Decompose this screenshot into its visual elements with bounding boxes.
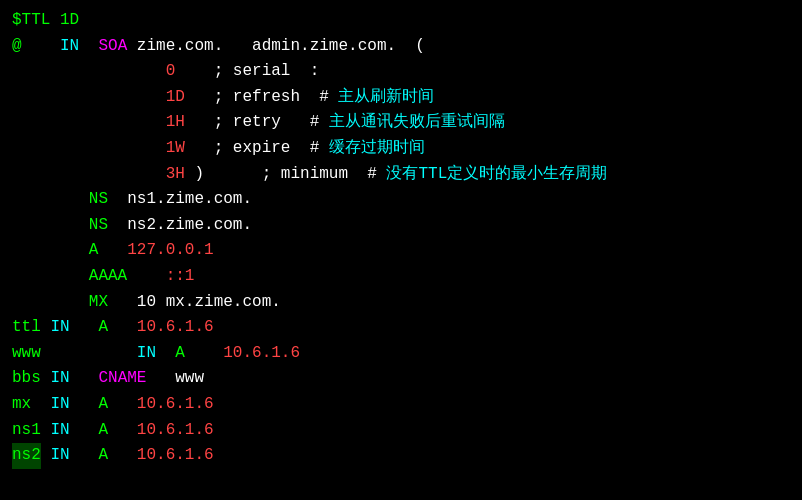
terminal-line: 1W ; expire # 缓存过期时间 — [12, 136, 790, 162]
line-2-part-1: 0 — [166, 59, 176, 85]
line-12-part-2 — [70, 315, 99, 341]
line-3-part-1: 1D — [166, 85, 185, 111]
line-12-part-0: ttl — [12, 315, 41, 341]
line-1-part-1: IN — [22, 34, 99, 60]
line-3-part-0 — [12, 85, 166, 111]
line-1-part-0: @ — [12, 34, 22, 60]
line-10-part-0 — [12, 264, 89, 290]
line-12-part-3: A — [98, 315, 108, 341]
line-17-part-1: IN — [41, 443, 70, 469]
line-16-part-2 — [70, 418, 99, 444]
line-8-part-0 — [12, 213, 89, 239]
line-5-part-0 — [12, 136, 166, 162]
terminal-line: ns1 IN A 10.6.1.6 — [12, 418, 790, 444]
line-13-part-0: www — [12, 341, 41, 367]
line-10-part-3: ::1 — [166, 264, 195, 290]
line-14-part-2 — [70, 366, 99, 392]
line-15-part-1: IN — [31, 392, 69, 418]
line-8-part-1: NS — [89, 213, 108, 239]
line-5-part-1: 1W — [166, 136, 185, 162]
line-14-part-3: CNAME — [98, 366, 146, 392]
line-6-part-0 — [12, 162, 166, 188]
line-17-part-5: 10.6.1.6 — [137, 443, 214, 469]
line-12-part-4 — [108, 315, 137, 341]
line-17-part-3: A — [98, 443, 108, 469]
line-17-part-2 — [70, 443, 99, 469]
terminal-line: 1D ; refresh # 主从刷新时间 — [12, 85, 790, 111]
line-15-part-3: A — [98, 392, 108, 418]
line-3-part-2: ; refresh # — [185, 85, 339, 111]
line-15-part-0: mx — [12, 392, 31, 418]
terminal-line: @ IN SOA zime.com. admin.zime.com. ( — [12, 34, 790, 60]
line-8-part-2: ns2.zime.com. — [108, 213, 252, 239]
terminal-line: NS ns1.zime.com. — [12, 187, 790, 213]
terminal-line: www IN A 10.6.1.6 — [12, 341, 790, 367]
terminal-line: AAAA ::1 — [12, 264, 790, 290]
line-16-part-0: ns1 — [12, 418, 41, 444]
line-16-part-3: A — [98, 418, 108, 444]
line-10-part-1: AAAA — [89, 264, 127, 290]
terminal-line: MX 10 mx.zime.com. — [12, 290, 790, 316]
line-13-part-1: IN — [41, 341, 175, 367]
line-4-part-0 — [12, 110, 166, 136]
line-14-part-4: www — [146, 366, 204, 392]
line-9-part-1: A — [89, 238, 99, 264]
line-13-part-4: 10.6.1.6 — [223, 341, 300, 367]
terminal-line: bbs IN CNAME www — [12, 366, 790, 392]
line-17-part-0: ns2 — [12, 443, 41, 469]
terminal-line: ttl IN A 10.6.1.6 — [12, 315, 790, 341]
line-15-part-5: 10.6.1.6 — [137, 392, 214, 418]
line-9-part-3: 127.0.0.1 — [127, 238, 213, 264]
line-7-part-1: NS — [89, 187, 108, 213]
line-3-part-3: 主从刷新时间 — [338, 85, 434, 111]
line-6-part-1: 3H — [166, 162, 185, 188]
line-4-part-2: ; retry # — [185, 110, 329, 136]
line-1-part-2: SOA — [98, 34, 127, 60]
terminal-line: $TTL 1D — [12, 8, 790, 34]
terminal-line: 3H ) ; minimum # 没有TTL定义时的最小生存周期 — [12, 162, 790, 188]
line-5-part-2: ; expire # — [185, 136, 329, 162]
line-2-part-2: ; serial : — [175, 59, 319, 85]
terminal-line: A 127.0.0.1 — [12, 238, 790, 264]
line-5-part-3: 缓存过期时间 — [329, 136, 425, 162]
line-9-part-0 — [12, 238, 89, 264]
line-13-part-2: A — [175, 341, 185, 367]
line-15-part-4 — [108, 392, 137, 418]
terminal-line: 0 ; serial : — [12, 59, 790, 85]
line-13-part-3 — [185, 341, 223, 367]
terminal-line: mx IN A 10.6.1.6 — [12, 392, 790, 418]
line-16-part-4 — [108, 418, 137, 444]
line-16-part-5: 10.6.1.6 — [137, 418, 214, 444]
line-1-part-3: zime.com. admin.zime.com. ( — [127, 34, 425, 60]
line-12-part-1: IN — [41, 315, 70, 341]
line-4-part-3: 主从通讯失败后重试间隔 — [329, 110, 505, 136]
line-7-part-2: ns1.zime.com. — [108, 187, 252, 213]
line-11-part-2: 10 mx.zime.com. — [108, 290, 281, 316]
line-6-part-3: 没有TTL定义时的最小生存周期 — [386, 162, 607, 188]
line-10-part-2 — [127, 264, 165, 290]
line-14-part-1: IN — [41, 366, 70, 392]
line-0-part-0: $TTL 1D — [12, 8, 79, 34]
line-14-part-0: bbs — [12, 366, 41, 392]
terminal-line: NS ns2.zime.com. — [12, 213, 790, 239]
line-7-part-0 — [12, 187, 89, 213]
terminal-line: ns2 IN A 10.6.1.6 — [12, 443, 790, 469]
line-2-part-0 — [12, 59, 166, 85]
line-11-part-1: MX — [89, 290, 108, 316]
line-6-part-2: ) ; minimum # — [185, 162, 387, 188]
line-15-part-2 — [70, 392, 99, 418]
terminal-line: 1H ; retry # 主从通讯失败后重试间隔 — [12, 110, 790, 136]
line-12-part-5: 10.6.1.6 — [137, 315, 214, 341]
terminal-container: $TTL 1D@ IN SOA zime.com. admin.zime.com… — [12, 8, 790, 469]
line-16-part-1: IN — [41, 418, 70, 444]
line-9-part-2 — [98, 238, 127, 264]
line-17-part-4 — [108, 443, 137, 469]
line-11-part-0 — [12, 290, 89, 316]
line-4-part-1: 1H — [166, 110, 185, 136]
